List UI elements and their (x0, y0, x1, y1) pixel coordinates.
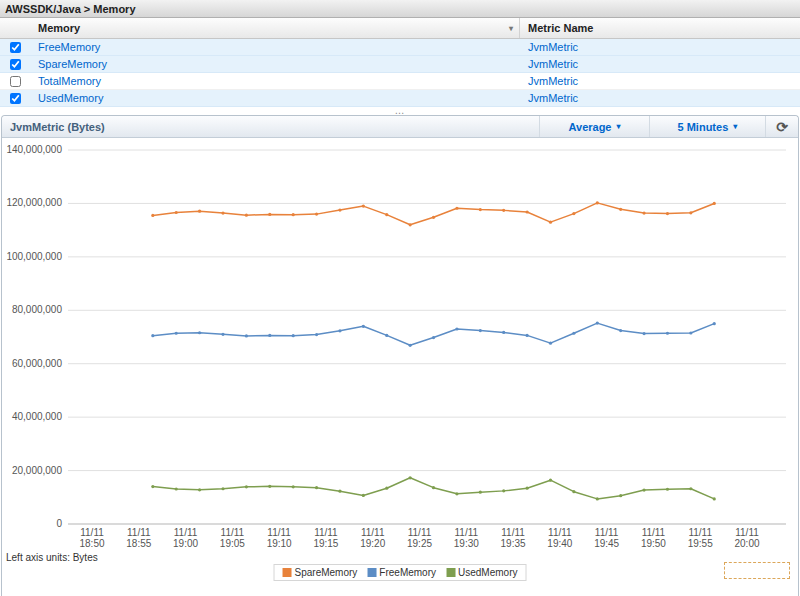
series-point (175, 487, 178, 490)
column-sort-caret-icon[interactable]: ▾ (509, 24, 513, 33)
selection-placeholder (724, 562, 790, 579)
series-point (689, 211, 692, 214)
series-point (292, 213, 295, 216)
metric-name-link[interactable]: JvmMetric (528, 41, 578, 53)
x-axis-date-label: 11/11 (80, 527, 104, 538)
series-point (245, 485, 248, 488)
series-point (292, 485, 295, 488)
x-axis-time-label: 19:50 (641, 538, 666, 549)
legend-label: UsedMemory (458, 567, 517, 578)
row-checkbox-cell (0, 92, 30, 105)
x-axis-date-label: 11/11 (735, 527, 759, 538)
x-axis-date-label: 11/11 (127, 527, 151, 538)
x-axis-time-label: 19:35 (501, 538, 526, 549)
metrics-chart[interactable]: 020,000,00040,000,00060,000,00080,000,00… (2, 138, 800, 550)
metric-name-link[interactable]: JvmMetric (528, 75, 578, 87)
x-axis-date-label: 11/11 (642, 527, 666, 538)
series-point (151, 214, 154, 217)
legend-item: FreeMemory (367, 567, 436, 578)
chevron-down-icon: ▾ (733, 122, 737, 131)
series-point (526, 210, 529, 213)
series-point (689, 331, 692, 334)
series-point (315, 486, 318, 489)
period-dropdown[interactable]: 5 Minutes ▾ (649, 116, 766, 137)
x-axis-date-label: 11/11 (221, 527, 245, 538)
series-point (689, 487, 692, 490)
chart-footer: Left axis units: Bytes SpareMemoryFreeMe… (2, 550, 798, 596)
metric-link[interactable]: UsedMemory (38, 92, 103, 104)
y-axis-label: 140,000,000 (6, 144, 62, 155)
series-point (268, 485, 271, 488)
series-point (642, 211, 645, 214)
breadcrumb: AWSSDK/Java > Memory (0, 0, 800, 18)
table-resize-handle[interactable]: … (389, 109, 412, 113)
series-point (526, 487, 529, 490)
series-point (549, 342, 552, 345)
column-header-memory[interactable]: Memory ▾ (30, 18, 520, 38)
series-point (619, 494, 622, 497)
refresh-button[interactable]: ⟳ (765, 116, 798, 137)
chart-body: 020,000,00040,000,00060,000,00080,000,00… (2, 138, 798, 596)
series-point (642, 332, 645, 335)
row-checkbox-cell (0, 75, 30, 88)
table-row[interactable]: TotalMemoryJvmMetric (0, 73, 800, 90)
series-point (385, 213, 388, 216)
x-axis-date-label: 11/11 (548, 527, 572, 538)
page: AWSSDK/Java > Memory Memory ▾ Metric Nam… (0, 0, 800, 596)
legend-swatch (446, 568, 455, 577)
series-point (666, 488, 669, 491)
row-checkbox[interactable] (10, 59, 21, 70)
series-point (713, 202, 716, 205)
column-header-metric-name[interactable]: Metric Name (520, 22, 800, 34)
series-point (549, 479, 552, 482)
metric-link[interactable]: FreeMemory (38, 41, 100, 53)
row-name-cell: SpareMemory (30, 58, 520, 70)
series-point (479, 329, 482, 332)
row-name-cell: TotalMemory (30, 75, 520, 87)
metric-name-link[interactable]: JvmMetric (528, 58, 578, 70)
series-point (385, 487, 388, 490)
series-point (338, 209, 341, 212)
x-axis-date-label: 11/11 (267, 527, 291, 538)
row-metric-cell: JvmMetric (520, 58, 800, 70)
series-point (198, 331, 201, 334)
table-header: Memory ▾ Metric Name (0, 18, 800, 39)
series-point (572, 490, 575, 493)
series-point (221, 487, 224, 490)
y-axis-label: 80,000,000 (12, 304, 62, 315)
y-axis-label: 120,000,000 (6, 197, 62, 208)
statistic-dropdown[interactable]: Average ▾ (539, 116, 648, 137)
series-point (175, 211, 178, 214)
row-metric-cell: JvmMetric (520, 41, 800, 53)
period-dropdown-label: 5 Minutes (678, 121, 729, 133)
series-point (409, 476, 412, 479)
x-axis-date-label: 11/11 (174, 527, 198, 538)
metric-name-link[interactable]: JvmMetric (528, 92, 578, 104)
row-checkbox[interactable] (10, 42, 21, 53)
metrics-table: Memory ▾ Metric Name FreeMemoryJvmMetric… (0, 18, 800, 115)
series-point (409, 223, 412, 226)
y-axis-label: 100,000,000 (6, 251, 62, 262)
series-point (455, 327, 458, 330)
series-point (151, 485, 154, 488)
chevron-down-icon: ▾ (617, 122, 621, 131)
table-row[interactable]: FreeMemoryJvmMetric (0, 39, 800, 56)
table-row[interactable]: SpareMemoryJvmMetric (0, 56, 800, 73)
series-point (175, 332, 178, 335)
series-point (362, 205, 365, 208)
x-axis-time-label: 20:00 (734, 538, 759, 549)
chart-title: JvmMetric (Bytes) (10, 121, 539, 133)
metric-link[interactable]: TotalMemory (38, 75, 101, 87)
row-checkbox[interactable] (10, 93, 21, 104)
series-point (245, 334, 248, 337)
row-metric-cell: JvmMetric (520, 75, 800, 87)
series-line-SpareMemory (153, 203, 714, 225)
series-point (455, 207, 458, 210)
row-checkbox[interactable] (10, 76, 21, 87)
series-point (338, 329, 341, 332)
x-axis-time-label: 19:30 (454, 538, 479, 549)
series-point (432, 486, 435, 489)
x-axis-time-label: 18:50 (79, 538, 104, 549)
series-point (596, 201, 599, 204)
metric-link[interactable]: SpareMemory (38, 58, 107, 70)
